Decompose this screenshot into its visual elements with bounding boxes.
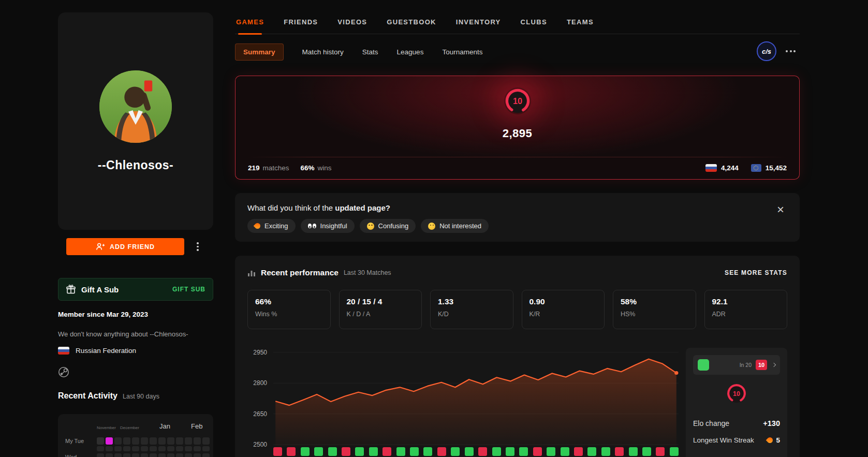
heatmap-month-label: December — [120, 425, 139, 430]
cs-game-icon[interactable]: c/s — [757, 41, 776, 61]
match-win-square[interactable] — [396, 447, 405, 456]
heatmap-cell — [194, 446, 201, 451]
nav-tab-inventory[interactable]: INVENTORY — [455, 13, 502, 34]
profile-more-menu-button[interactable] — [195, 240, 201, 253]
nav-tab-clubs[interactable]: CLUBS — [520, 13, 548, 34]
heatmap-cell — [132, 437, 139, 445]
match-win-square[interactable] — [465, 447, 474, 456]
sub-tab-leagues[interactable]: Leagues — [397, 48, 424, 56]
heatmap-cell — [150, 446, 157, 451]
nav-tab-teams[interactable]: TEAMS — [566, 13, 595, 34]
activity-heatmap: NovemberDecemberJanFebMy TueWed — [58, 414, 213, 457]
heatmap-cell — [114, 437, 122, 445]
sub-tab-match-history[interactable]: Match history — [302, 48, 344, 56]
heatmap-day-label: Wed — [65, 454, 77, 457]
gift-sub-title: Gift A Sub — [81, 285, 119, 294]
match-win-square[interactable] — [423, 447, 432, 456]
heatmap-cell — [176, 453, 183, 457]
match-win-square[interactable] — [301, 447, 310, 456]
match-loss-square[interactable] — [656, 447, 665, 456]
see-more-stats-link[interactable]: SEE MORE STATS — [725, 269, 787, 276]
match-loss-square[interactable] — [342, 447, 350, 456]
elo-value: 2,895 — [236, 127, 799, 140]
feedback-exciting-button[interactable]: Exciting — [247, 219, 296, 233]
feedback-question-prefix: What did you think of the — [247, 203, 335, 212]
match-win-square[interactable] — [369, 447, 378, 456]
match-loss-square[interactable] — [437, 447, 446, 456]
recent-activity-title: Recent Activity — [58, 391, 117, 401]
win-loss-strip — [273, 447, 679, 456]
heatmap-cell — [106, 437, 113, 445]
match-win-square[interactable] — [547, 447, 555, 456]
sub-tab-tournaments[interactable]: Tournaments — [442, 48, 482, 56]
country-rank-value: 4,244 — [721, 164, 739, 172]
fire-icon — [766, 436, 774, 445]
stat-label: HS% — [621, 311, 688, 318]
skill-level-badge: 10 — [504, 87, 531, 114]
match-win-square[interactable] — [328, 447, 337, 456]
heatmap-cell — [132, 453, 139, 457]
match-win-square[interactable] — [601, 447, 610, 456]
match-win-square[interactable] — [629, 447, 638, 456]
match-win-square[interactable] — [519, 447, 528, 456]
streak-widget[interactable]: In 20 10 — [693, 355, 780, 375]
gift-sub-button[interactable]: GIFT SUB — [172, 286, 205, 293]
heatmap-cell — [141, 446, 148, 451]
match-loss-square[interactable] — [615, 447, 624, 456]
match-loss-square[interactable] — [478, 447, 487, 456]
avatar[interactable] — [99, 70, 172, 143]
heatmap-cell — [158, 453, 166, 457]
match-win-square[interactable] — [492, 447, 501, 456]
match-loss-square[interactable] — [382, 447, 391, 456]
heatmap-cell — [141, 437, 148, 445]
match-win-square[interactable] — [451, 447, 460, 456]
heatmap-month-label: Jan — [159, 422, 170, 430]
match-win-square[interactable] — [506, 447, 514, 456]
feedback-confusing-button[interactable]: Confusing — [360, 219, 416, 233]
chevron-right-icon — [772, 363, 776, 367]
country-name: Russian Federation — [76, 347, 136, 355]
feedback-not-interested-button[interactable]: Not interested — [421, 219, 489, 233]
match-win-square[interactable] — [642, 447, 651, 456]
win-rate: 66% — [301, 164, 315, 172]
nav-tab-friends[interactable]: FRIENDS — [283, 13, 319, 34]
match-win-square[interactable] — [561, 447, 569, 456]
steam-icon — [58, 366, 69, 378]
unamused-face-icon — [428, 223, 435, 230]
sub-tab-stats[interactable]: Stats — [362, 48, 378, 56]
games-sub-nav: SummaryMatch historyStatsLeaguesTourname… — [235, 43, 482, 61]
stat-label: Wins % — [255, 311, 323, 318]
person-add-icon — [96, 243, 105, 250]
match-win-square[interactable] — [587, 447, 596, 456]
close-icon[interactable]: × — [773, 200, 788, 219]
nav-tab-guestbook[interactable]: GUESTBOOK — [386, 13, 437, 34]
heatmap-row — [97, 453, 210, 457]
nav-tab-videos[interactable]: VIDEOS — [336, 13, 368, 34]
match-loss-square[interactable] — [533, 447, 542, 456]
win-streak-value: 5 — [776, 436, 780, 444]
stat-value: 58% — [621, 297, 688, 306]
match-win-square[interactable] — [670, 447, 679, 456]
feedback-insightful-button[interactable]: Insightful — [301, 219, 355, 233]
heatmap-cell — [158, 437, 166, 445]
heatmap-cell — [167, 453, 174, 457]
sub-tab-summary[interactable]: Summary — [235, 43, 284, 61]
gift-sub-card[interactable]: Gift A Sub GIFT SUB — [58, 278, 213, 301]
match-win-square[interactable] — [355, 447, 364, 456]
steam-link[interactable] — [58, 366, 69, 380]
heatmap-cell — [185, 453, 192, 457]
stat-value: 20 / 15 / 4 — [347, 297, 415, 306]
feedback-option-label: Exciting — [264, 222, 288, 230]
match-loss-square[interactable] — [574, 447, 583, 456]
elo-trend-chart — [273, 337, 679, 457]
add-friend-button[interactable]: ADD FRIEND — [66, 238, 184, 255]
nav-tab-games[interactable]: GAMES — [235, 13, 265, 34]
match-loss-square[interactable] — [273, 447, 282, 456]
y-axis-tick: 2950 — [253, 349, 267, 356]
page-more-menu-button[interactable] — [785, 47, 797, 55]
chart-summary-panel: In 20 10 10 Elo change +130 Longest Win … — [686, 348, 787, 457]
match-loss-square[interactable] — [287, 447, 296, 456]
country-row: Russian Federation — [58, 347, 136, 355]
match-win-square[interactable] — [410, 447, 419, 456]
match-win-square[interactable] — [314, 447, 323, 456]
